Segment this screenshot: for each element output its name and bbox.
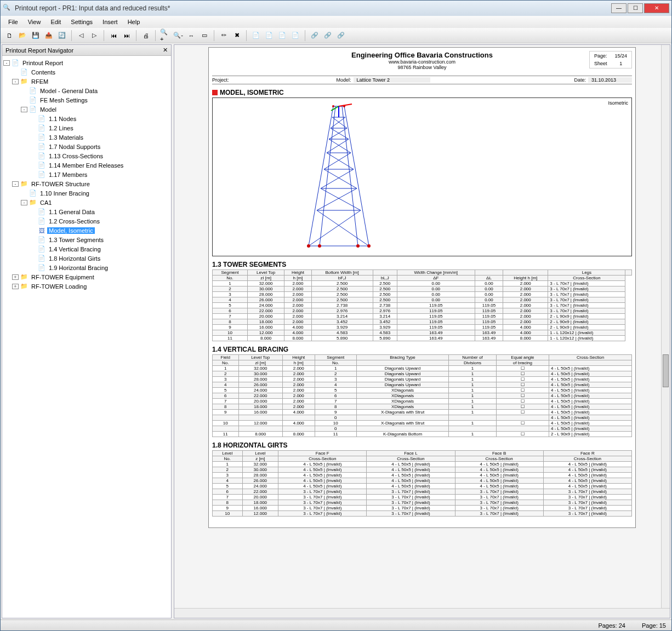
expand-icon[interactable]: - <box>12 181 19 187</box>
tree-label: CA1 <box>38 199 53 206</box>
folder-icon: 📁 <box>20 283 28 290</box>
tree-node[interactable]: -📄Printout Report <box>3 58 170 67</box>
doc-icon: 📄 <box>29 96 37 104</box>
tree-node[interactable]: 📄1.2 Cross-Sections <box>3 216 170 226</box>
menu-settings[interactable]: Settings <box>66 18 97 26</box>
link3-icon[interactable]: 🔗 <box>335 30 346 41</box>
pencil-icon[interactable]: ✏ <box>218 30 229 41</box>
tree-node[interactable]: 📄FE Mesh Settings <box>3 95 170 105</box>
nav-next-icon[interactable]: ▷ <box>89 30 100 41</box>
svg-point-33 <box>318 244 321 248</box>
menu-edit[interactable]: Edit <box>46 18 65 26</box>
first-page-icon[interactable]: ⏮ <box>108 30 119 41</box>
link2-icon[interactable]: 🔗 <box>322 30 333 41</box>
tree-node[interactable]: 📄1.2 Lines <box>3 123 170 133</box>
menu-help[interactable]: Help <box>123 18 145 26</box>
doc-icon: 📄 <box>38 245 45 253</box>
table-row: 1012.0004.0004.5834.583163.49163.494.000… <box>213 330 632 336</box>
tree-node[interactable]: -📁CA1 <box>3 198 170 207</box>
maximize-button[interactable]: ☐ <box>628 3 643 13</box>
table-row: 328.0004 - L 50x5 | (Invalid)4 - L 50x5 … <box>213 473 632 478</box>
refresh-icon[interactable]: 🔄 <box>56 30 67 41</box>
expand-icon[interactable]: - <box>12 79 19 84</box>
tree-node[interactable]: 📄1.17 Members <box>3 170 170 179</box>
doc1-icon[interactable]: 📄 <box>250 30 261 41</box>
doc3-icon[interactable]: 📄 <box>277 30 288 41</box>
separator <box>305 30 305 41</box>
tree-label: Model <box>38 106 58 113</box>
menu-view[interactable]: View <box>24 18 45 26</box>
expand-icon[interactable]: + <box>12 284 19 289</box>
expand-icon[interactable]: + <box>12 274 19 280</box>
tree-node[interactable]: +📁RF-TOWER Loading <box>3 282 170 291</box>
table-row: 118.0008.00011K-Diagonals Bottom1☐2 - L … <box>213 432 632 437</box>
tree-label: Contents <box>30 69 57 76</box>
scrollbar-thumb[interactable] <box>663 354 669 387</box>
tree-node[interactable]: 📄1.8 Horizontal Girts <box>3 254 170 263</box>
select-tool-icon[interactable]: ▭ <box>199 30 210 41</box>
zoom-out-icon[interactable]: 🔍- <box>173 30 184 41</box>
doc-icon: 📄 <box>38 134 45 141</box>
horizontal-scrollbar[interactable] <box>174 608 670 618</box>
expand-icon[interactable]: - <box>3 60 10 66</box>
menu-bar: File View Edit Settings Insert Help <box>1 16 671 28</box>
table-row: 916.0004.0003.9293.929119.05119.054.0002… <box>213 325 632 330</box>
navigator-header: Printout Report Navigator ✕ <box>2 45 171 56</box>
tree-node[interactable]: -📄Model <box>3 105 170 114</box>
svg-point-29 <box>332 105 334 107</box>
link1-icon[interactable]: 🔗 <box>309 30 320 41</box>
expand-icon[interactable]: - <box>21 107 27 112</box>
tree-node[interactable]: +📁RF-TOWER Equipment <box>3 272 170 282</box>
tree-node[interactable]: 📄1.9 Horizontal Bracing <box>3 263 170 272</box>
tree-node[interactable]: 🖼Model, Isometric <box>3 226 170 235</box>
vertical-scrollbar[interactable] <box>661 45 670 608</box>
table-row: 230.0004 - L 50x5 | (Invalid)4 - L 50x5 … <box>213 467 632 473</box>
menu-insert[interactable]: Insert <box>98 18 122 26</box>
nav-prev-icon[interactable]: ◁ <box>76 30 87 41</box>
doc4-icon[interactable]: 📄 <box>290 30 301 41</box>
tree-node[interactable]: 📄1.1 General Data <box>3 207 170 216</box>
svg-point-32 <box>367 244 371 248</box>
tree-node[interactable]: 📄1.10 Inner Bracing <box>3 188 170 198</box>
zoom-in-icon[interactable]: 🔍+ <box>160 30 170 41</box>
svg-line-26 <box>317 188 357 210</box>
tree-node[interactable]: 📄Model - General Data <box>3 86 170 95</box>
export-icon[interactable]: 📤 <box>43 30 54 41</box>
svg-point-31 <box>307 244 310 248</box>
tree-node[interactable]: -📁RFEM <box>3 77 170 86</box>
page-scroll[interactable]: Engineering Office Bavaria Constructions… <box>174 45 670 608</box>
tree-node[interactable]: -📁RF-TOWER Structure <box>3 179 170 188</box>
delete-icon[interactable]: ✖ <box>231 30 242 41</box>
navigator-close-icon[interactable]: ✕ <box>163 47 168 54</box>
table-row: 524.0004 - L 50x5 | (Invalid)4 - L 50x5 … <box>213 484 632 489</box>
table-row: 818.0002.0003.4523.452119.05119.052.0002… <box>213 319 632 325</box>
last-page-icon[interactable]: ⏭ <box>121 30 132 41</box>
open-icon[interactable]: 📂 <box>17 30 28 41</box>
fit-icon[interactable]: ↔ <box>186 30 197 41</box>
new-icon[interactable]: 🗋 <box>4 30 15 41</box>
status-page: Page: 15 <box>642 622 666 629</box>
tree-node[interactable]: 📄1.1 Nodes <box>3 114 170 123</box>
doc-icon: 📄 <box>38 115 45 123</box>
table-row: 118.0008.0005.8905.890163.49163.498.0001… <box>213 336 632 341</box>
tree-node[interactable]: 📄1.4 Vertical Bracing <box>3 244 170 254</box>
tree-label: RF-TOWER Loading <box>30 283 88 290</box>
expand-icon[interactable]: - <box>21 200 27 205</box>
doc2-icon[interactable]: 📄 <box>264 30 275 41</box>
tree-node[interactable]: 📄1.7 Nodal Supports <box>3 142 170 151</box>
menu-file[interactable]: File <box>4 18 22 26</box>
print-icon[interactable]: 🖨 <box>140 30 151 41</box>
svg-line-24 <box>321 169 354 188</box>
save-icon[interactable]: 💾 <box>30 30 41 41</box>
tree-label: Model, Isometric <box>47 227 95 234</box>
tree-node[interactable]: 📄Contents <box>3 67 170 77</box>
minimize-button[interactable]: — <box>611 3 627 13</box>
tree-node[interactable]: 📄1.14 Member End Releases <box>3 160 170 170</box>
tree-node[interactable]: 📄1.13 Cross-Sections <box>3 151 170 160</box>
tree-node[interactable]: 📄1.3 Tower Segments <box>3 235 170 244</box>
tree-node[interactable]: 📄1.3 Materials <box>3 133 170 142</box>
navigator-tree[interactable]: -📄Printout Report📄Contents-📁RFEM📄Model -… <box>2 56 171 618</box>
close-button[interactable]: ✕ <box>644 3 669 13</box>
status-bar: Pages: 24 Page: 15 <box>1 619 671 630</box>
status-pages: Pages: 24 <box>598 622 625 629</box>
